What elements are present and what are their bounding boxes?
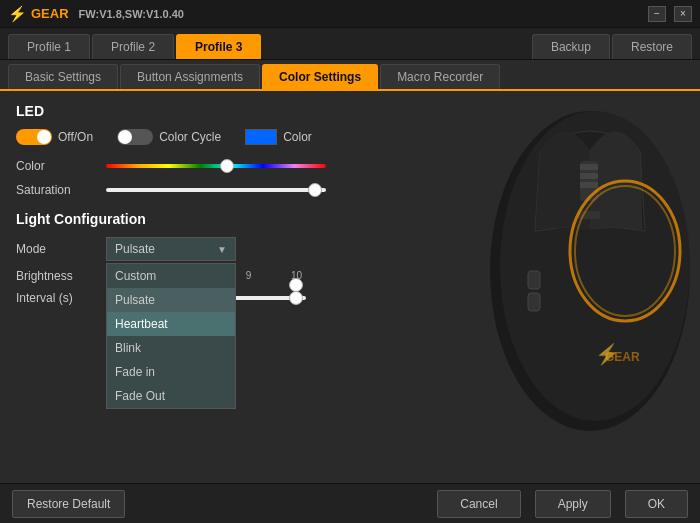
svg-text:GEAR: GEAR <box>605 350 640 364</box>
color-swatch-item: Color <box>245 129 312 145</box>
mode-selected-value: Pulsate <box>115 242 155 256</box>
tab-color-settings[interactable]: Color Settings <box>262 64 378 89</box>
window-controls: − × <box>648 6 692 22</box>
colorcycle-knob <box>118 130 132 144</box>
offon-toggle[interactable] <box>16 129 52 145</box>
tab-basic-settings[interactable]: Basic Settings <box>8 64 118 89</box>
restore-default-button[interactable]: Restore Default <box>12 490 125 518</box>
dropdown-arrow-icon: ▼ <box>217 244 227 255</box>
color-slider-thumb[interactable] <box>220 159 234 173</box>
interval-label: Interval (s) <box>16 291 96 305</box>
dropdown-item-fadeout[interactable]: Fade Out <box>107 384 235 408</box>
mode-dropdown-container: Pulsate ▼ Custom Pulsate Heartbeat Blink… <box>106 237 236 261</box>
app-logo: ⚡ GEAR FW:V1.8,SW:V1.0.40 <box>8 5 184 23</box>
app-name: GEAR <box>31 6 69 21</box>
cancel-button[interactable]: Cancel <box>437 490 520 518</box>
apply-button[interactable]: Apply <box>535 490 611 518</box>
main-content: ⚡ GEAR LED Off/On Color Cycle <box>0 91 700 476</box>
brightness-slider-thumb[interactable] <box>289 278 303 292</box>
offon-toggle-item: Off/On <box>16 129 93 145</box>
minimize-button[interactable]: − <box>648 6 666 22</box>
offon-knob <box>37 130 51 144</box>
colorcycle-toggle-item: Color Cycle <box>117 129 221 145</box>
interval-slider-thumb[interactable] <box>289 291 303 305</box>
svg-rect-4 <box>580 173 598 179</box>
bottom-bar: Restore Default Cancel Apply OK <box>0 483 700 523</box>
close-button[interactable]: × <box>674 6 692 22</box>
ok-button[interactable]: OK <box>625 490 688 518</box>
tab-button-assignments[interactable]: Button Assignments <box>120 64 260 89</box>
brightness-label: Brightness <box>16 269 96 283</box>
color-label: Color <box>283 130 312 144</box>
dropdown-item-custom[interactable]: Custom <box>107 264 235 288</box>
dropdown-item-heartbeat[interactable]: Heartbeat <box>107 312 235 336</box>
profile-tabs: Profile 1 Profile 2 Profile 3 Backup Res… <box>0 28 700 60</box>
offon-label: Off/On <box>58 130 93 144</box>
sub-tabs: Basic Settings Button Assignments Color … <box>0 60 700 91</box>
svg-rect-3 <box>580 164 598 170</box>
color-slider-label: Color <box>16 159 96 173</box>
saturation-slider-label: Saturation <box>16 183 96 197</box>
colorcycle-label: Color Cycle <box>159 130 221 144</box>
profile-tab-restore[interactable]: Restore <box>612 34 692 59</box>
titlebar: ⚡ GEAR FW:V1.8,SW:V1.0.40 − × <box>0 0 700 28</box>
dropdown-item-pulsate[interactable]: Pulsate <box>107 288 235 312</box>
color-slider-track[interactable] <box>106 164 326 168</box>
profile-tab-3[interactable]: Profile 3 <box>176 34 261 59</box>
color-swatch[interactable] <box>245 129 277 145</box>
saturation-slider-thumb[interactable] <box>308 183 322 197</box>
svg-rect-5 <box>580 182 598 188</box>
saturation-slider-track[interactable] <box>106 188 326 192</box>
dropdown-item-fadein[interactable]: Fade in <box>107 360 235 384</box>
mode-dropdown-menu: Custom Pulsate Heartbeat Blink Fade in F… <box>106 263 236 409</box>
mode-row: Mode Pulsate ▼ Custom Pulsate Heartbeat … <box>16 237 684 261</box>
fnatic-icon: ⚡ <box>8 5 27 23</box>
mode-label: Mode <box>16 242 96 256</box>
mode-dropdown[interactable]: Pulsate ▼ <box>106 237 236 261</box>
firmware-version: FW:V1.8,SW:V1.0.40 <box>79 8 184 20</box>
dropdown-item-blink[interactable]: Blink <box>107 336 235 360</box>
profile-tab-1[interactable]: Profile 1 <box>8 34 90 59</box>
tab-macro-recorder[interactable]: Macro Recorder <box>380 64 500 89</box>
profile-tab-2[interactable]: Profile 2 <box>92 34 174 59</box>
profile-tab-backup[interactable]: Backup <box>532 34 610 59</box>
colorcycle-toggle[interactable] <box>117 129 153 145</box>
